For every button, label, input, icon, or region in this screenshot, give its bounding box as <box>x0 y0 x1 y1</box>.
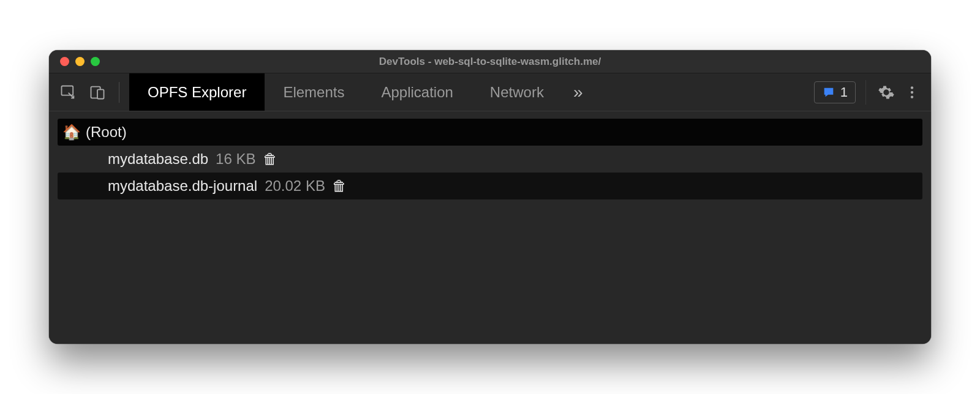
trash-icon[interactable]: 🗑 <box>331 178 347 194</box>
zoom-window-button[interactable] <box>91 57 100 66</box>
tab-opfs-explorer[interactable]: OPFS Explorer <box>129 73 265 111</box>
file-row[interactable]: mydatabase.db 16 KB 🗑 <box>58 146 922 173</box>
toolbar-divider-right <box>865 80 866 105</box>
tab-network[interactable]: Network <box>472 73 562 111</box>
issues-count: 1 <box>840 84 848 100</box>
svg-point-4 <box>911 91 913 93</box>
titlebar: DevTools - web-sql-to-sqlite-wasm.glitch… <box>49 50 931 73</box>
root-label: (Root) <box>86 124 127 141</box>
settings-icon[interactable] <box>876 82 897 103</box>
close-window-button[interactable] <box>60 57 69 66</box>
opfs-tree: 🏠 (Root) mydatabase.db 16 KB 🗑 mydatabas… <box>49 111 931 344</box>
issues-icon <box>822 86 835 99</box>
file-row[interactable]: mydatabase.db-journal 20.02 KB 🗑 <box>58 173 922 199</box>
svg-point-3 <box>911 86 913 89</box>
traffic-lights <box>49 57 100 66</box>
toolbar-left <box>49 73 129 111</box>
tree-root-row[interactable]: 🏠 (Root) <box>58 119 922 146</box>
file-name: mydatabase.db-journal <box>108 177 257 195</box>
trash-icon[interactable]: 🗑 <box>262 151 278 167</box>
file-size: 20.02 KB <box>265 177 325 195</box>
device-toolbar-icon[interactable] <box>87 82 108 103</box>
file-name: mydatabase.db <box>108 151 208 168</box>
devtools-window: DevTools - web-sql-to-sqlite-wasm.glitch… <box>49 50 931 344</box>
more-tabs-button[interactable]: » <box>562 73 594 111</box>
window-title: DevTools - web-sql-to-sqlite-wasm.glitch… <box>49 56 931 68</box>
toolbar-divider <box>119 82 119 103</box>
minimize-window-button[interactable] <box>75 57 85 66</box>
svg-point-5 <box>911 95 913 98</box>
more-options-icon[interactable] <box>902 82 922 103</box>
toolbar-right: 1 <box>814 73 931 111</box>
file-size: 16 KB <box>216 151 255 168</box>
issues-badge[interactable]: 1 <box>814 81 856 103</box>
home-icon: 🏠 <box>62 124 81 141</box>
svg-rect-0 <box>62 86 74 95</box>
tab-application[interactable]: Application <box>363 73 471 111</box>
svg-rect-2 <box>97 89 104 98</box>
inspect-element-icon[interactable] <box>58 82 78 103</box>
devtools-toolbar: OPFS Explorer Elements Application Netwo… <box>49 73 931 111</box>
panel-tabs: OPFS Explorer Elements Application Netwo… <box>129 73 594 111</box>
tab-elements[interactable]: Elements <box>265 73 363 111</box>
